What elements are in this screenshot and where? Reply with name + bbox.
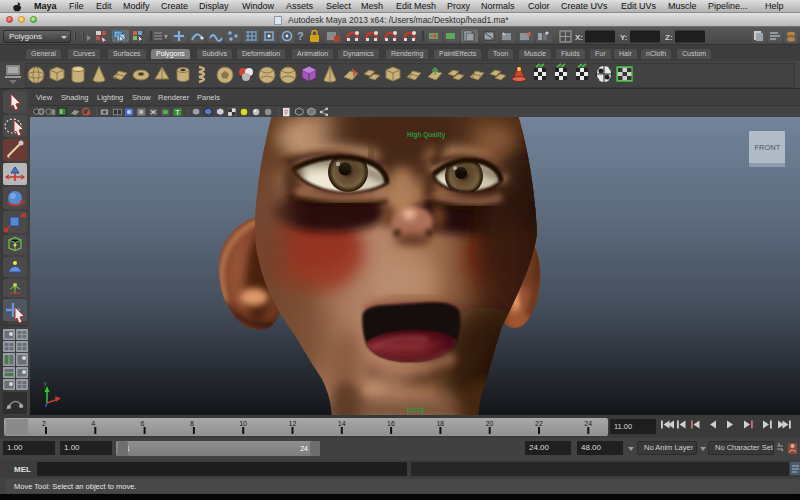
svg-text:T: T bbox=[175, 108, 180, 117]
svg-text:10: 10 bbox=[239, 420, 247, 427]
svg-text:8: 8 bbox=[190, 420, 194, 427]
svg-text:High Quality: High Quality bbox=[407, 131, 446, 139]
svg-text:persp: persp bbox=[407, 406, 425, 414]
svg-text:2: 2 bbox=[42, 420, 46, 427]
svg-text:?: ? bbox=[297, 30, 304, 42]
svg-text:20: 20 bbox=[486, 420, 494, 427]
svg-text:18: 18 bbox=[436, 420, 444, 427]
svg-text:6: 6 bbox=[141, 420, 145, 427]
svg-text:24: 24 bbox=[584, 420, 592, 427]
svg-text:Z:: Z: bbox=[665, 33, 673, 42]
svg-text:14: 14 bbox=[338, 420, 346, 427]
svg-text:Y:: Y: bbox=[620, 33, 627, 42]
svg-text:12: 12 bbox=[289, 420, 297, 427]
svg-text:22: 22 bbox=[535, 420, 543, 427]
svg-text:X:: X: bbox=[575, 33, 583, 42]
svg-text:FRONT: FRONT bbox=[755, 143, 781, 152]
svg-text:16: 16 bbox=[387, 420, 395, 427]
svg-text:4: 4 bbox=[91, 420, 95, 427]
